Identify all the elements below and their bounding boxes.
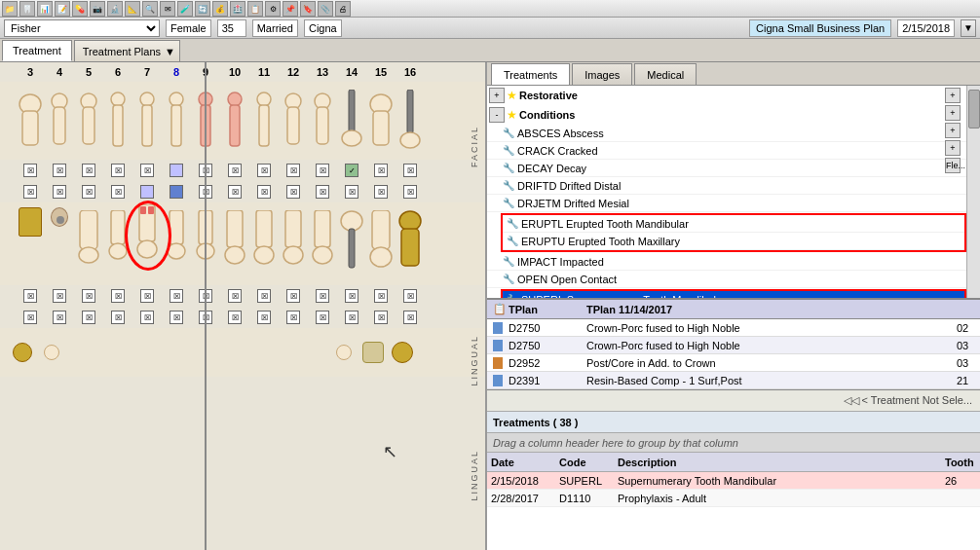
toolbar-icon-4[interactable]: 📝 <box>55 1 70 17</box>
lcb-14-2[interactable]: ☒ <box>345 311 358 324</box>
cb-10-1[interactable]: ☒ <box>228 164 242 177</box>
lcb-7-2[interactable]: ☒ <box>140 311 154 324</box>
lower-tooth-12[interactable] <box>279 202 308 280</box>
lcb-11-1[interactable]: ☒ <box>257 289 271 303</box>
tab-treatments[interactable]: Treatments <box>491 63 570 85</box>
lcb-8-1[interactable]: ☒ <box>170 289 183 303</box>
treatment-row[interactable]: 2/15/2018 SUPERL Supernumerary Tooth Man… <box>487 472 980 490</box>
toolbar-icon-14[interactable]: 🏥 <box>230 1 245 17</box>
tooth-11[interactable] <box>249 87 279 155</box>
toolbar-icon-20[interactable]: 🖨 <box>335 1 351 17</box>
lcb-6-2[interactable]: ☒ <box>111 311 125 324</box>
tooth-8[interactable] <box>162 87 191 155</box>
cb-13-2[interactable]: ☒ <box>316 185 329 199</box>
tab-medical[interactable]: Medical <box>634 63 697 85</box>
tplan-row[interactable]: D2750 Crown-Porc fused to High Noble 02 <box>487 319 980 337</box>
lcb-10-2[interactable]: ☒ <box>228 311 242 324</box>
cb-3-2[interactable]: ☒ <box>23 185 37 199</box>
cb-8-1[interactable] <box>170 164 183 177</box>
cb-13-1[interactable]: ☒ <box>316 164 329 177</box>
cond-impact[interactable]: 🔧 IMPACT Impacted <box>487 253 980 271</box>
cb-14-1[interactable]: ✓ <box>345 164 358 177</box>
cb-12-2[interactable]: ☒ <box>286 185 300 199</box>
toolbar-icon-10[interactable]: ✉ <box>160 1 175 17</box>
tooth-5[interactable] <box>74 87 103 155</box>
lcb-5-1[interactable]: ☒ <box>82 289 95 303</box>
lcb-3-2[interactable]: ☒ <box>23 311 37 324</box>
tooth-3[interactable] <box>16 87 45 155</box>
toolbar-icon-12[interactable]: 🔄 <box>195 1 210 17</box>
toolbar-icon-18[interactable]: 🔖 <box>300 1 316 17</box>
lower-tooth-4[interactable] <box>45 202 74 280</box>
lcb-5-2[interactable]: ☒ <box>82 311 95 324</box>
condition-list-scrollbar[interactable] <box>966 86 980 298</box>
cb-15-2[interactable]: ☒ <box>374 185 388 199</box>
cb-15-1[interactable]: ☒ <box>374 164 388 177</box>
cb-7-2[interactable] <box>140 185 154 199</box>
cb-16-2[interactable]: ☒ <box>403 185 417 199</box>
lcb-10-1[interactable]: ☒ <box>228 289 242 303</box>
tooth-10[interactable] <box>220 87 249 155</box>
cb-4-2[interactable]: ☒ <box>53 185 66 199</box>
lcb-16-1[interactable]: ☒ <box>403 289 417 303</box>
toolbar-icon-13[interactable]: 💰 <box>212 1 228 17</box>
cond-drjetm[interactable]: 🔧 DRJETM Drifted Mesial <box>487 195 980 212</box>
date-dropdown-button[interactable]: ▼ <box>961 19 976 37</box>
cond-eruptu[interactable]: 🔧 ERUPTU Erupted Tooth Maxillary <box>503 233 964 250</box>
lcb-3-1[interactable]: ☒ <box>23 289 37 303</box>
cond-crack[interactable]: 🔧 CRACK Cracked <box>487 142 980 160</box>
right-expand-1[interactable]: + <box>945 88 961 103</box>
cond-eruptl[interactable]: 🔧 ERUPTL Erupted Tooth Mandibular <box>503 215 964 233</box>
cb-5-2[interactable]: ☒ <box>82 185 95 199</box>
conditions-expand-button[interactable]: - <box>489 107 505 123</box>
right-expand-3[interactable]: + <box>945 123 961 138</box>
lower-tooth-3[interactable] <box>16 202 45 280</box>
toolbar-icon-5[interactable]: 💊 <box>72 1 88 17</box>
tooth-12[interactable] <box>279 87 308 155</box>
lower-tooth-5[interactable] <box>74 202 103 280</box>
tab-images[interactable]: Images <box>572 63 632 85</box>
lcb-11-2[interactable]: ☒ <box>257 311 271 324</box>
expand-all-button[interactable]: + <box>489 88 505 103</box>
cb-5-1[interactable]: ☒ <box>82 164 95 177</box>
toolbar-icon-8[interactable]: 📐 <box>125 1 140 17</box>
cb-8-2[interactable] <box>170 185 183 199</box>
cb-4-1[interactable]: ☒ <box>53 164 66 177</box>
lcb-15-1[interactable]: ☒ <box>374 289 388 303</box>
toolbar-icon-16[interactable]: ⚙ <box>265 1 281 17</box>
treatments-list[interactable]: Date Code Description Tooth 2/15/2018 SU… <box>487 453 980 550</box>
lower-tooth-10[interactable] <box>220 202 249 280</box>
lower-tooth-15[interactable] <box>366 202 396 280</box>
toolbar-icon-11[interactable]: 🧪 <box>177 1 193 17</box>
cb-6-1[interactable]: ☒ <box>111 164 125 177</box>
lcb-4-2[interactable]: ☒ <box>53 311 66 324</box>
lcb-12-2[interactable]: ☒ <box>286 311 300 324</box>
tooth-6[interactable] <box>103 87 132 155</box>
cb-11-2[interactable]: ☒ <box>257 185 271 199</box>
tplan-row[interactable]: D2952 Post/Core in Add. to Crown 03 <box>487 354 980 372</box>
toolbar-icon-15[interactable]: 📋 <box>247 1 263 17</box>
treatment-row[interactable]: 2/28/2017 D1110 Prophylaxis - Adult <box>487 490 980 507</box>
cb-11-1[interactable]: ☒ <box>257 164 271 177</box>
lcb-4-1[interactable]: ☒ <box>53 289 66 303</box>
tplan-row[interactable]: D2391 Resin-Based Comp - 1 Surf,Post 21 <box>487 372 980 389</box>
lcb-13-1[interactable]: ☒ <box>316 289 329 303</box>
tooth-7[interactable] <box>132 87 162 155</box>
cb-3-1[interactable]: ☒ <box>23 164 37 177</box>
tooth-4[interactable] <box>45 87 74 155</box>
tooth-13[interactable] <box>308 87 337 155</box>
cb-12-1[interactable]: ☒ <box>286 164 300 177</box>
lcb-15-2[interactable]: ☒ <box>374 311 388 324</box>
cond-absces[interactable]: 🔧 ABSCES Abscess <box>487 125 980 142</box>
toolbar-icon-17[interactable]: 📌 <box>283 1 298 17</box>
lcb-8-2[interactable]: ☒ <box>170 311 183 324</box>
toolbar-icon-2[interactable]: 🦷 <box>19 1 35 17</box>
lcb-7-1[interactable]: ☒ <box>140 289 154 303</box>
cond-open[interactable]: 🔧 OPEN Open Contact <box>487 271 980 288</box>
lower-tooth-16[interactable] <box>396 202 425 280</box>
condition-list[interactable]: + ★ Restorative - ★ Conditions 🔧 ABSCES … <box>487 86 980 300</box>
lcb-16-2[interactable]: ☒ <box>403 311 417 324</box>
lcb-14-1[interactable]: ☒ <box>345 289 358 303</box>
toolbar-icon-9[interactable]: 🔍 <box>142 1 158 17</box>
cond-superl[interactable]: 🔧 SUPERL Supernumerary Tooth Mandibular <box>503 291 964 300</box>
